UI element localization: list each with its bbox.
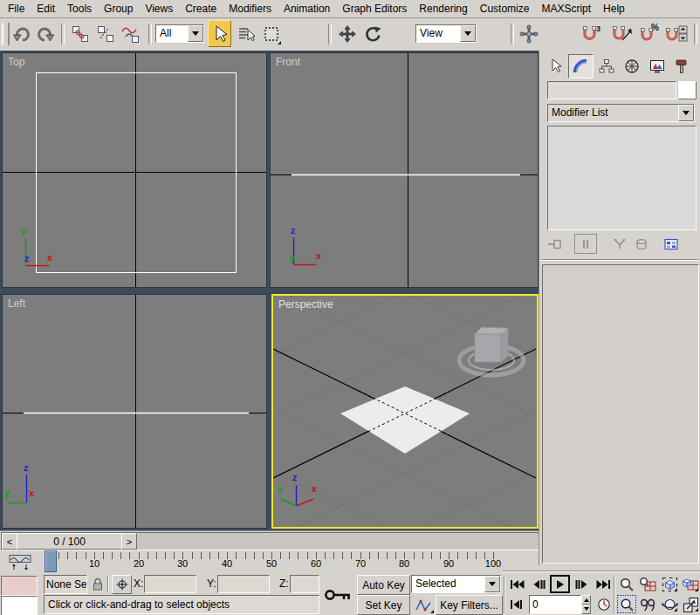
spinner-snap-toggle-button[interactable]: [662, 21, 690, 46]
rectangular-selection-region-button[interactable]: [259, 21, 283, 46]
menu-edit[interactable]: Edit: [31, 1, 61, 17]
region-zoom-button[interactable]: [617, 595, 636, 613]
menu-animation[interactable]: Animation: [278, 1, 336, 17]
tab-create[interactable]: [543, 54, 568, 79]
remove-modifier-button[interactable]: [630, 234, 653, 254]
current-frame-field[interactable]: 0: [529, 595, 581, 614]
viewport-top-label[interactable]: Top: [8, 56, 24, 68]
key-filters-button[interactable]: Key Filters...: [436, 595, 503, 615]
dropdown-arrow-icon[interactable]: [188, 25, 203, 42]
zoom-extents-button[interactable]: [660, 575, 679, 593]
track-bar[interactable]: 0 10 20 30 40 50 60 70 80 90 100: [0, 550, 539, 573]
spinner-up-icon[interactable]: [581, 595, 591, 605]
menu-maxscript[interactable]: MAXScript: [535, 1, 597, 17]
select-and-move-button[interactable]: [335, 21, 359, 46]
toolbar-grab-handle[interactable]: [2, 23, 10, 45]
make-unique-button[interactable]: [608, 234, 631, 254]
arc-rotate-button[interactable]: [660, 595, 679, 613]
absolute-offset-toggle-button[interactable]: [112, 575, 132, 594]
time-configuration-button[interactable]: [594, 595, 613, 613]
open-mini-curve-editor-button[interactable]: [3, 551, 37, 573]
tab-modify[interactable]: [568, 54, 594, 79]
plane-object[interactable]: [340, 386, 470, 454]
maxscript-mini-listener[interactable]: [1, 596, 38, 615]
bind-to-space-warp-button[interactable]: [119, 21, 143, 46]
show-end-result-button[interactable]: [574, 234, 597, 254]
min-max-toggle-button[interactable]: [681, 595, 700, 613]
set-keys-button[interactable]: [319, 575, 358, 615]
select-and-manipulate-button[interactable]: [517, 21, 541, 46]
rollout-area[interactable]: [542, 264, 699, 564]
menu-rendering[interactable]: Rendering: [413, 1, 473, 17]
time-slider-button[interactable]: 0 / 100: [17, 533, 122, 550]
modifier-list-dropdown[interactable]: Modifier List: [547, 104, 695, 122]
tab-motion[interactable]: [619, 54, 644, 79]
menu-help[interactable]: Help: [597, 1, 631, 17]
selection-lock-button[interactable]: [88, 575, 106, 594]
viewport-front[interactable]: Front z y x: [270, 52, 539, 288]
viewport-front-label[interactable]: Front: [276, 56, 300, 68]
viewport-left[interactable]: Left z y x: [2, 294, 267, 529]
select-by-name-button[interactable]: [234, 21, 257, 46]
viewport-perspective-label[interactable]: Perspective: [278, 298, 333, 311]
viewport-top[interactable]: Top y z x: [2, 52, 267, 288]
spinner-down-icon[interactable]: [581, 605, 591, 614]
pin-stack-button[interactable]: [544, 234, 566, 254]
key-mode-dropdown[interactable]: Selected: [411, 575, 501, 593]
auto-key-button[interactable]: Auto Key: [357, 575, 410, 595]
select-object-button[interactable]: [208, 20, 231, 47]
pan-view-button[interactable]: [638, 595, 657, 613]
play-button[interactable]: [550, 575, 570, 593]
modifier-stack-list[interactable]: [547, 126, 697, 230]
time-slider-next-button[interactable]: >: [121, 533, 137, 550]
key-mode-toggle-button[interactable]: [507, 595, 525, 613]
selection-filter-dropdown[interactable]: All: [155, 24, 204, 43]
snap-toggle-button[interactable]: 3: [577, 21, 604, 46]
utilities-tab-icon: [674, 58, 691, 75]
menu-graph-editors[interactable]: Graph Editors: [336, 1, 413, 17]
unlink-selection-button[interactable]: [93, 21, 117, 46]
reference-coordinate-dropdown[interactable]: View: [415, 24, 477, 43]
tab-display[interactable]: [644, 54, 669, 79]
menu-modifiers[interactable]: Modifiers: [223, 1, 278, 17]
previous-frame-button[interactable]: [529, 575, 549, 593]
angle-snap-toggle-button[interactable]: [607, 21, 635, 46]
set-key-button[interactable]: Set Key: [357, 595, 410, 615]
select-and-rotate-button[interactable]: [360, 21, 384, 46]
go-to-start-button[interactable]: [507, 575, 527, 593]
menu-group[interactable]: Group: [98, 1, 139, 17]
frame-spinner[interactable]: [581, 595, 591, 612]
z-coordinate-field[interactable]: [290, 575, 319, 593]
y-coordinate-field[interactable]: [217, 575, 270, 593]
viewport-perspective[interactable]: Perspective z y x: [271, 294, 539, 529]
default-in-out-tangents-button[interactable]: [411, 595, 436, 615]
time-slider-prev-button[interactable]: <: [2, 533, 17, 550]
tab-utilities[interactable]: [669, 54, 695, 79]
menu-create[interactable]: Create: [179, 1, 223, 17]
zoom-extents-all-button[interactable]: [681, 575, 700, 593]
viewport-left-label[interactable]: Left: [8, 297, 25, 310]
object-color-swatch[interactable]: [678, 81, 697, 99]
tab-hierarchy[interactable]: [594, 54, 619, 79]
percent-snap-toggle-button[interactable]: %: [637, 21, 662, 46]
dropdown-arrow-icon[interactable]: [460, 25, 476, 42]
time-slider-handle[interactable]: [45, 550, 57, 572]
x-coordinate-field[interactable]: [144, 575, 196, 593]
redo-button[interactable]: [34, 21, 57, 46]
go-to-end-button[interactable]: [594, 575, 614, 593]
dropdown-arrow-icon[interactable]: [484, 576, 500, 592]
next-frame-button[interactable]: [572, 575, 592, 593]
zoom-button[interactable]: [617, 575, 636, 593]
zoom-all-button[interactable]: [638, 575, 657, 593]
menu-views[interactable]: Views: [139, 1, 179, 17]
menu-customize[interactable]: Customize: [474, 1, 536, 17]
object-name-field[interactable]: [547, 81, 676, 99]
maxscript-mini-listener-macro[interactable]: [1, 576, 38, 596]
menu-tools[interactable]: Tools: [61, 1, 98, 17]
configure-modifier-sets-button[interactable]: [660, 234, 683, 254]
undo-button[interactable]: [10, 21, 33, 46]
dropdown-arrow-icon[interactable]: [678, 105, 694, 121]
prompt-text: Click or click-and-drag to select object…: [45, 598, 230, 611]
select-and-link-button[interactable]: [68, 21, 92, 46]
menu-file[interactable]: File: [2, 1, 31, 17]
